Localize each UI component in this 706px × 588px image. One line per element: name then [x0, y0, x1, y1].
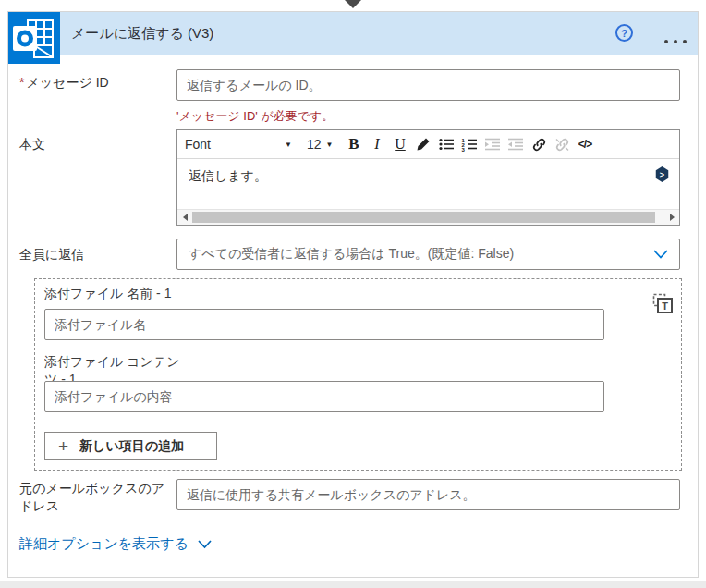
- body-text: 返信します。: [189, 168, 267, 183]
- canvas-background: [0, 581, 706, 588]
- reply-all-value: すべての受信者に返信する場合は True。(既定値: False): [189, 246, 653, 263]
- highlighter-icon[interactable]: [412, 133, 435, 155]
- dropdown-arrow-icon: ▼: [285, 141, 292, 149]
- reply-all-label: 全員に返信: [19, 247, 84, 263]
- body-label: 本文: [19, 137, 45, 153]
- scrollbar-thumb[interactable]: [192, 212, 655, 223]
- add-new-item-button[interactable]: + 新しい項目の追加: [44, 432, 217, 460]
- svg-text:3: 3: [462, 147, 466, 152]
- plus-icon: +: [58, 437, 68, 455]
- editor-horizontal-scrollbar[interactable]: [177, 209, 679, 225]
- bold-button[interactable]: B: [343, 133, 366, 155]
- underline-button[interactable]: U: [389, 133, 412, 155]
- italic-button[interactable]: I: [366, 133, 389, 155]
- indent-icon: [481, 133, 505, 155]
- attachment-name-label: 添付ファイル 名前 - 1: [44, 286, 201, 302]
- message-id-label: *メッセージ ID: [19, 75, 109, 92]
- rich-text-toolbar: Font ▼ 12 ▼ B I U: [177, 130, 679, 159]
- outdent-icon: [505, 133, 528, 155]
- flow-connector-arrow-icon: [345, 0, 361, 8]
- original-mailbox-input[interactable]: [176, 479, 680, 510]
- chevron-down-icon: [198, 540, 212, 549]
- outlook-connector-icon: [8, 12, 60, 64]
- attachment-content-input[interactable]: [44, 381, 604, 412]
- numbered-list-icon[interactable]: 1 2 3: [458, 133, 481, 155]
- message-id-error: 'メッセージ ID' が必要です。: [176, 108, 334, 125]
- message-id-input[interactable]: [176, 69, 680, 101]
- attachment-content-label: 添付ファイル コンテンツ - 1: [44, 353, 183, 381]
- bulleted-list-icon[interactable]: [435, 133, 458, 155]
- attachments-array-section: 添付ファイル 名前 - 1 T 添付ファイル コンテンツ - 1 + 新しい項目…: [34, 278, 682, 471]
- chevron-down-icon: [653, 250, 668, 259]
- rich-text-editor: Font ▼ 12 ▼ B I U: [176, 129, 680, 226]
- switch-to-array-input-icon[interactable]: T: [652, 293, 674, 314]
- scroll-right-icon[interactable]: [664, 210, 679, 226]
- attachment-name-input[interactable]: [44, 309, 604, 340]
- required-asterisk: *: [19, 75, 24, 90]
- dropdown-arrow-icon: ▼: [326, 141, 334, 149]
- original-mailbox-label: 元のメールボックスのアドレス: [19, 480, 167, 515]
- ellipsis-menu-icon[interactable]: [664, 40, 687, 43]
- action-card-reply-to-email: メールに返信する (V3) ? *メッセージ ID 'メッセージ ID' が必要…: [7, 11, 699, 578]
- help-icon[interactable]: ?: [615, 24, 633, 42]
- show-advanced-options-link[interactable]: 詳細オプションを表示する: [19, 535, 212, 553]
- svg-text:T: T: [662, 300, 668, 312]
- flow-designer-canvas: メールに返信する (V3) ? *メッセージ ID 'メッセージ ID' が必要…: [0, 0, 706, 588]
- font-family-dropdown[interactable]: Font ▼: [185, 137, 292, 152]
- link-icon[interactable]: [528, 133, 551, 155]
- body-editor-content[interactable]: 返信します。 >: [177, 159, 679, 209]
- dynamic-content-badge-icon[interactable]: >: [655, 166, 669, 182]
- scroll-left-icon[interactable]: [177, 210, 192, 226]
- unlink-icon: [551, 133, 574, 155]
- reply-all-dropdown[interactable]: すべての受信者に返信する場合は True。(既定値: False): [176, 239, 680, 270]
- action-title: メールに返信する (V3): [71, 25, 213, 43]
- code-view-button[interactable]: </>: [574, 133, 597, 155]
- font-size-dropdown[interactable]: 12 ▼: [307, 137, 334, 152]
